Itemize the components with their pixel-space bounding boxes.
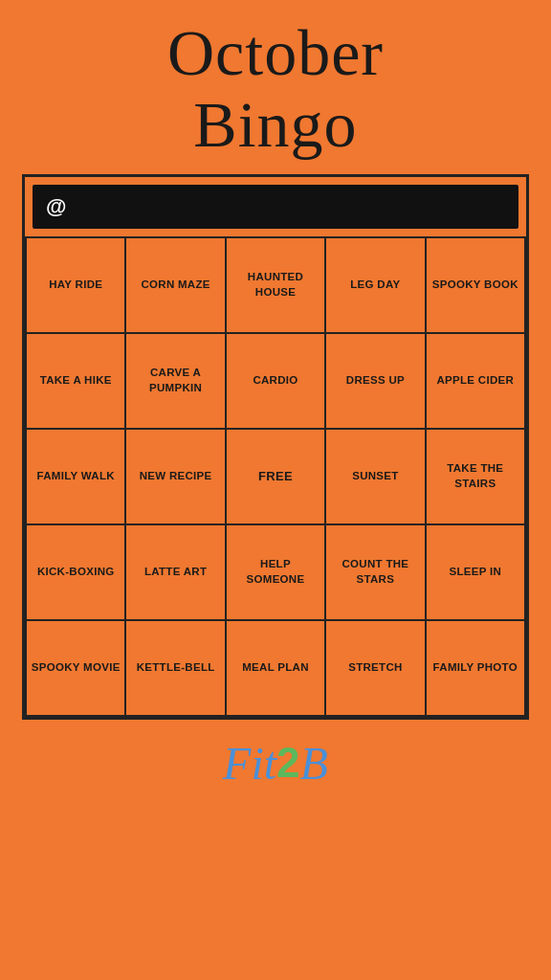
bingo-cell-r1c4[interactable]: LEG DAY — [326, 238, 426, 334]
bingo-cell-r5c5[interactable]: FAMILY PHOTO — [427, 621, 526, 717]
logo-f: F — [223, 737, 251, 790]
handle-bar: @ — [33, 185, 518, 229]
bingo-cell-r3c3[interactable]: FREE — [227, 430, 326, 525]
bingo-cell-r5c4[interactable]: STRETCH — [326, 621, 426, 717]
bingo-grid: HAY RIDECORN MAZEHAUNTED HOUSELEG DAYSPO… — [25, 236, 526, 717]
bingo-cell-r5c3[interactable]: MEAL PLAN — [227, 621, 326, 717]
logo-i: i — [251, 737, 263, 790]
bingo-cell-r2c3[interactable]: CARDIO — [227, 334, 326, 430]
bingo-cell-r3c5[interactable]: TAKE THE STAIRS — [427, 430, 526, 525]
bingo-cell-r5c1[interactable]: SPOOKY MOVIE — [27, 621, 126, 717]
bingo-card: @ HAY RIDECORN MAZEHAUNTED HOUSELEG DAYS… — [22, 174, 529, 720]
bingo-cell-r5c2[interactable]: KETTLE-BELL — [126, 621, 226, 717]
bingo-cell-r4c3[interactable]: HELP SOMEONE — [227, 525, 326, 621]
logo-2: 2 — [276, 739, 299, 787]
logo-t: t — [264, 737, 276, 790]
bingo-cell-r1c1[interactable]: HAY RIDE — [27, 238, 126, 334]
bingo-cell-r4c5[interactable]: SLEEP IN — [427, 525, 526, 621]
title-line1: October — [167, 17, 384, 89]
bingo-cell-r2c1[interactable]: TAKE A HIKE — [27, 334, 126, 430]
bingo-cell-r4c2[interactable]: LATTE ART — [126, 525, 226, 621]
bingo-cell-r4c1[interactable]: KICK-BOXING — [27, 525, 126, 621]
bingo-cell-r1c3[interactable]: HAUNTED HOUSE — [227, 238, 326, 334]
bingo-cell-r2c5[interactable]: APPLE CIDER — [427, 334, 526, 430]
title-area: October Bingo — [167, 17, 384, 161]
bingo-cell-r4c4[interactable]: COUNT THE STARS — [326, 525, 426, 621]
bingo-cell-r2c2[interactable]: CARVE A PUMPKIN — [126, 334, 226, 430]
bingo-cell-r3c2[interactable]: NEW RECIPE — [126, 430, 226, 525]
bingo-cell-r1c2[interactable]: CORN MAZE — [126, 238, 226, 334]
logo-area: F i t 2 B — [223, 737, 328, 790]
bingo-cell-r1c5[interactable]: SPOOKY BOOK — [427, 238, 526, 334]
bingo-cell-r2c4[interactable]: DRESS UP — [326, 334, 426, 430]
bingo-cell-r3c4[interactable]: SUNSET — [326, 430, 426, 525]
title-line2: Bingo — [167, 89, 384, 161]
bingo-cell-r3c1[interactable]: FAMILY WALK — [27, 430, 126, 525]
handle-text: @ — [46, 194, 66, 218]
logo-b: B — [300, 737, 328, 790]
